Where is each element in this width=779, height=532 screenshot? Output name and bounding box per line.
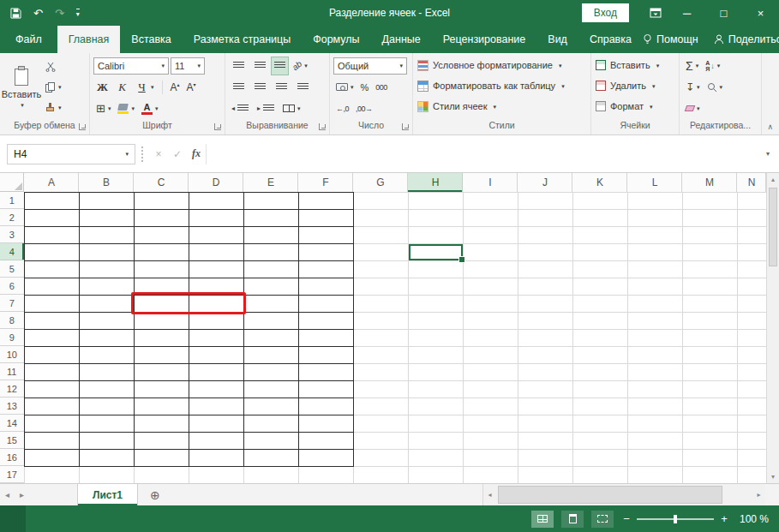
- cell-A1[interactable]: [24, 192, 79, 209]
- cell-E9[interactable]: [243, 329, 298, 346]
- cell-D3[interactable]: [189, 226, 243, 243]
- cell-H2[interactable]: [408, 209, 463, 226]
- increase-font-size-button[interactable]: A▴: [168, 79, 183, 96]
- cell-I11[interactable]: [463, 363, 518, 380]
- formula-input[interactable]: [206, 144, 758, 164]
- autosum-button[interactable]: Σ▾: [683, 57, 701, 75]
- cell-C4[interactable]: [134, 243, 189, 260]
- align-left-button[interactable]: [229, 79, 249, 96]
- row-header-11[interactable]: 11: [0, 363, 24, 380]
- cell-L3[interactable]: [627, 226, 682, 243]
- share-button[interactable]: Поделиться: [714, 33, 779, 45]
- cell-F3[interactable]: [298, 226, 353, 243]
- cell-L9[interactable]: [627, 329, 682, 346]
- cell-K15[interactable]: [572, 432, 627, 449]
- column-header-L[interactable]: L: [627, 173, 682, 192]
- cell-K5[interactable]: [572, 260, 627, 278]
- cell-B2[interactable]: [79, 209, 134, 226]
- cell-B10[interactable]: [79, 346, 134, 363]
- vertical-scrollbar[interactable]: ▴ ▾: [766, 173, 779, 483]
- cell-I10[interactable]: [463, 346, 518, 363]
- cell-A8[interactable]: [24, 312, 79, 329]
- column-header-H[interactable]: H: [408, 173, 463, 192]
- cell-N2[interactable]: [737, 209, 766, 226]
- cell-M1[interactable]: [682, 192, 737, 209]
- cell-B3[interactable]: [79, 226, 134, 243]
- cell-N7[interactable]: [737, 295, 766, 312]
- status-left-button[interactable]: [0, 505, 26, 532]
- row-header-9[interactable]: 9: [0, 329, 24, 346]
- cell-N13[interactable]: [737, 398, 766, 415]
- cell-M15[interactable]: [682, 432, 737, 449]
- cell-G2[interactable]: [353, 209, 408, 226]
- cell-F14[interactable]: [298, 415, 353, 432]
- vertical-scroll-thumb[interactable]: [769, 188, 777, 266]
- zoom-percentage[interactable]: 100 %: [734, 513, 769, 525]
- cell-M3[interactable]: [682, 226, 737, 243]
- cell-H10[interactable]: [408, 346, 463, 363]
- tab-home[interactable]: Главная: [57, 26, 121, 53]
- cell-N14[interactable]: [737, 415, 766, 432]
- cell-B9[interactable]: [79, 329, 134, 346]
- tab-formulas[interactable]: Формулы: [302, 26, 370, 53]
- copy-button[interactable]: ▾: [43, 79, 64, 96]
- row-header-15[interactable]: 15: [0, 432, 24, 449]
- cell-F1[interactable]: [298, 192, 353, 209]
- cell-F7[interactable]: [298, 295, 353, 312]
- column-header-K[interactable]: K: [572, 173, 627, 192]
- cell-I9[interactable]: [463, 329, 518, 346]
- cell-I17[interactable]: [463, 466, 518, 483]
- cell-K12[interactable]: [572, 380, 627, 398]
- cell-K9[interactable]: [572, 329, 627, 346]
- cell-H6[interactable]: [408, 278, 463, 295]
- expand-formula-bar-icon[interactable]: ▾: [758, 150, 777, 158]
- cell-E17[interactable]: [243, 466, 298, 483]
- cell-G14[interactable]: [353, 415, 408, 432]
- cell-J8[interactable]: [518, 312, 572, 329]
- cell-A4[interactable]: [24, 243, 79, 260]
- cell-D13[interactable]: [189, 398, 243, 415]
- cell-B5[interactable]: [79, 260, 134, 278]
- cell-E1[interactable]: [243, 192, 298, 209]
- cell-D8[interactable]: [189, 312, 243, 329]
- cell-F9[interactable]: [298, 329, 353, 346]
- next-sheet-button[interactable]: ▸: [15, 490, 29, 499]
- decrease-indent-button[interactable]: ◂: [229, 100, 253, 117]
- cell-G5[interactable]: [353, 260, 408, 278]
- cell-B16[interactable]: [79, 449, 134, 466]
- cell-I15[interactable]: [463, 432, 518, 449]
- cut-button[interactable]: [43, 58, 64, 75]
- page-layout-view-button[interactable]: [561, 511, 584, 528]
- cell-G8[interactable]: [353, 312, 408, 329]
- zoom-slider[interactable]: [637, 513, 714, 525]
- minimize-button[interactable]: ─: [668, 0, 705, 26]
- cell-E14[interactable]: [243, 415, 298, 432]
- cell-F5[interactable]: [298, 260, 353, 278]
- cell-H11[interactable]: [408, 363, 463, 380]
- chevron-down-icon[interactable]: ▾: [125, 151, 129, 157]
- row-header-2[interactable]: 2: [0, 209, 24, 226]
- row-header-6[interactable]: 6: [0, 278, 24, 295]
- cell-J15[interactable]: [518, 432, 572, 449]
- cell-C10[interactable]: [134, 346, 189, 363]
- cell-N17[interactable]: [737, 466, 766, 483]
- normal-view-button[interactable]: [531, 511, 554, 528]
- cell-C5[interactable]: [134, 260, 189, 278]
- cell-I16[interactable]: [463, 449, 518, 466]
- cell-J17[interactable]: [518, 466, 572, 483]
- cell-C12[interactable]: [134, 380, 189, 398]
- fill-button[interactable]: ↧▾: [683, 79, 703, 96]
- cell-K10[interactable]: [572, 346, 627, 363]
- cell-C16[interactable]: [134, 449, 189, 466]
- row-header-13[interactable]: 13: [0, 398, 24, 415]
- tab-review[interactable]: Рецензирование: [432, 26, 537, 53]
- cell-F16[interactable]: [298, 449, 353, 466]
- cell-G12[interactable]: [353, 380, 408, 398]
- cell-L8[interactable]: [627, 312, 682, 329]
- cell-D2[interactable]: [189, 209, 243, 226]
- cell-L2[interactable]: [627, 209, 682, 226]
- cell-M14[interactable]: [682, 415, 737, 432]
- cell-L1[interactable]: [627, 192, 682, 209]
- row-header-3[interactable]: 3: [0, 226, 24, 243]
- cell-H12[interactable]: [408, 380, 463, 398]
